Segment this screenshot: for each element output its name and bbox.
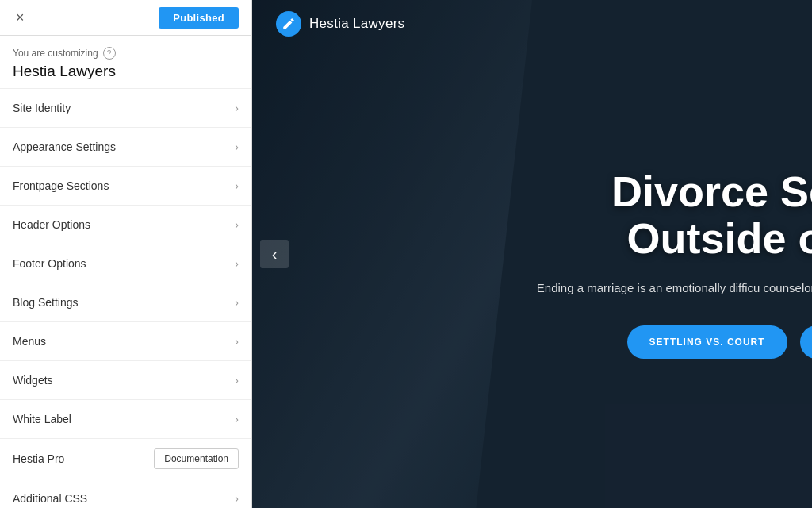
pencil-icon <box>282 17 296 31</box>
customizer-panel: × Published You are customizing ? Hestia… <box>0 0 252 508</box>
sidebar-item-footer-options[interactable]: Footer Options › <box>0 244 251 283</box>
sidebar-item-frontpage-sections[interactable]: Frontpage Sections › <box>0 167 251 206</box>
sidebar-item-label: Widgets <box>13 374 53 387</box>
published-button[interactable]: Published <box>159 7 239 29</box>
sidebar-item-label: Header Options <box>13 218 90 231</box>
sidebar-item-label: Footer Options <box>13 257 86 270</box>
panel-header: × Published <box>0 0 251 36</box>
chevron-right-icon: › <box>235 492 239 505</box>
chevron-right-icon: › <box>235 179 239 192</box>
chevron-right-icon: › <box>235 140 239 153</box>
sidebar-item-site-identity[interactable]: Site Identity › <box>0 89 251 128</box>
sidebar-item-label: Blog Settings <box>13 296 79 309</box>
site-name-heading: Hestia Lawyers <box>13 63 239 80</box>
hero-buttons: SETTLING VS. COURT CONTA <box>477 325 812 359</box>
hero-title: Divorce Settle Outside of C <box>477 168 812 263</box>
settling-vs-court-button[interactable]: SETTLING VS. COURT <box>627 325 787 359</box>
contact-button[interactable]: CONTA <box>800 325 812 359</box>
prev-arrow-button[interactable]: ‹ <box>260 240 289 268</box>
hestia-pro-label: Hestia Pro <box>13 452 64 465</box>
menu-list: Site Identity › Appearance Settings › Fr… <box>0 89 251 508</box>
logo-icon <box>276 11 301 37</box>
sidebar-item-blog-settings[interactable]: Blog Settings › <box>0 283 251 322</box>
chevron-right-icon: › <box>235 218 239 231</box>
help-icon[interactable]: ? <box>103 47 116 60</box>
sidebar-item-label: White Label <box>13 413 71 425</box>
sidebar-item-label: Frontpage Sections <box>13 179 109 192</box>
sidebar-item-label: Additional CSS <box>13 492 87 505</box>
close-icon: × <box>16 10 25 25</box>
sidebar-item-header-options[interactable]: Header Options › <box>0 206 251 244</box>
preview-content: Divorce Settle Outside of C Ending a mar… <box>477 168 812 359</box>
sidebar-item-menus[interactable]: Menus › <box>0 322 251 361</box>
customizing-label: You are customizing ? <box>13 47 239 60</box>
preview-area: Hestia Lawyers ‹ Divorce Settle Outside … <box>252 0 812 508</box>
close-button[interactable]: × <box>13 6 28 29</box>
preview-header: Hestia Lawyers <box>252 0 812 48</box>
sidebar-item-label: Appearance Settings <box>13 140 116 153</box>
sidebar-item-label: Menus <box>13 335 46 348</box>
chevron-right-icon: › <box>235 413 239 425</box>
sidebar-item-appearance-settings[interactable]: Appearance Settings › <box>0 128 251 167</box>
sidebar-item-additional-css[interactable]: Additional CSS › <box>0 479 251 508</box>
sidebar-item-label: Site Identity <box>13 102 71 114</box>
sidebar-item-widgets[interactable]: Widgets › <box>0 361 251 400</box>
sidebar-item-hestia-pro: Hestia Pro Documentation <box>0 439 251 479</box>
chevron-right-icon: › <box>235 257 239 270</box>
preview-site-name: Hestia Lawyers <box>309 16 404 32</box>
customizing-section: You are customizing ? Hestia Lawyers <box>0 36 251 89</box>
chevron-right-icon: › <box>235 102 239 114</box>
chevron-right-icon: › <box>235 374 239 387</box>
chevron-right-icon: › <box>235 335 239 348</box>
hero-subtitle: Ending a marriage is an emotionally diff… <box>516 279 812 298</box>
chevron-right-icon: › <box>235 296 239 309</box>
documentation-button[interactable]: Documentation <box>154 448 239 469</box>
sidebar-item-white-label[interactable]: White Label › <box>0 400 251 439</box>
